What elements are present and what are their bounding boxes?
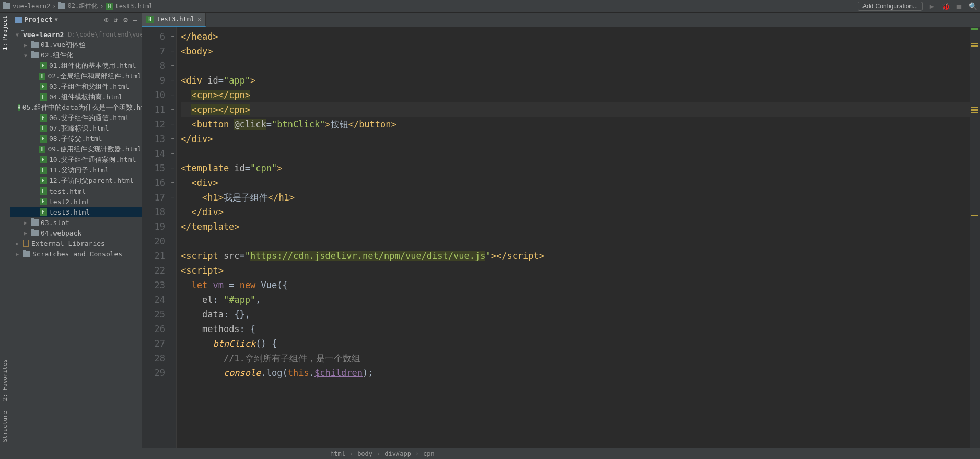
warning-marker (971, 107, 978, 108)
library-icon (23, 240, 29, 247)
project-panel-header: Project ▼ ⊕ ⇵ ⚙ — (10, 13, 142, 27)
chevron-right-icon: › (415, 450, 419, 457)
tool-favorites[interactable]: 2: Favorites (2, 359, 8, 401)
tree-item[interactable]: H07.驼峰标识.html (10, 123, 142, 134)
tree-file-selected[interactable]: Htest3.html (10, 207, 142, 217)
tab-label: test3.html (157, 16, 194, 23)
debug-icon[interactable]: 🐞 (941, 2, 950, 10)
warning-marker (971, 215, 978, 216)
collapse-icon[interactable]: ⇵ (114, 16, 118, 24)
chevron-right-icon: › (349, 450, 353, 457)
warning-marker (971, 43, 978, 44)
tree-item[interactable]: Htest2.html (10, 196, 142, 207)
tree-item[interactable]: ▶04.webpack (10, 228, 142, 238)
folder-icon (31, 42, 39, 48)
html-icon: H (40, 177, 47, 184)
html-icon: H (40, 83, 47, 90)
html-icon: H (40, 156, 47, 163)
tree-item[interactable]: H09.使用组件实现计数器.html (10, 144, 142, 155)
tree-item[interactable]: ▶External Libraries (10, 238, 142, 249)
folder-icon (23, 251, 30, 257)
code-editor[interactable]: </head><body> <div id="app"> <cpn></cpn>… (177, 27, 970, 448)
html-icon: H (40, 135, 47, 143)
editor-area: H test3.html ✕ 6789101112131415161718192… (142, 13, 980, 459)
tree-item[interactable]: ▼02.组件化 (10, 50, 142, 61)
hide-icon[interactable]: — (133, 16, 137, 24)
tree-item[interactable]: ▼vue-learn2D:\code\frontend\vue-learn (10, 29, 142, 40)
tree-item[interactable]: H02.全局组件和局部组件.html (10, 71, 142, 81)
tree-item[interactable]: ▶Scratches and Consoles (10, 249, 142, 259)
left-tool-strip: 1: Project 2: Favorites Structure (0, 13, 10, 459)
project-panel: Project ▼ ⊕ ⇵ ⚙ — ▼vue-learn2D:\code\fro… (10, 13, 142, 459)
tree-item[interactable]: H04.组件模板抽离.html (10, 92, 142, 102)
html-icon: H (40, 208, 47, 216)
breadcrumb-folder-label: 02.组件化 (67, 2, 98, 10)
folder-icon (3, 3, 10, 9)
breadcrumb-root[interactable]: vue-learn2 (3, 3, 50, 10)
breadcrumb-file-label: test3.html (115, 3, 153, 10)
search-icon[interactable]: 🔍 (969, 2, 977, 10)
editor-breadcrumbs[interactable]: html›body›div#app›cpn (142, 448, 980, 459)
html-icon: H (146, 16, 154, 23)
html-icon: H (39, 73, 45, 80)
folder-icon (31, 219, 39, 226)
tree-item[interactable]: H01.组件化的基本使用.html (10, 61, 142, 71)
add-configuration-button[interactable]: Add Configuration... (858, 2, 923, 11)
status-marker (971, 28, 978, 30)
tree-item[interactable]: H11.父访问子.html (10, 165, 142, 175)
html-icon: H (18, 104, 20, 111)
locate-icon[interactable]: ⊕ (104, 16, 108, 24)
warning-marker (971, 45, 978, 47)
close-icon[interactable]: ✕ (197, 16, 201, 23)
project-panel-title[interactable]: Project ▼ (15, 16, 58, 23)
html-icon: H (40, 167, 47, 174)
editor-crumb[interactable]: div#app (384, 450, 411, 457)
tool-project[interactable]: 1: Project (2, 16, 8, 50)
tree-item[interactable]: H10.父子组件通信案例.html (10, 155, 142, 165)
chevron-right-icon: › (100, 3, 103, 10)
warning-marker (971, 109, 978, 111)
chevron-right-icon: › (52, 3, 56, 10)
editor-crumb[interactable]: cpn (423, 450, 435, 457)
chevron-down-icon: ▼ (55, 17, 58, 22)
editor-tabs: H test3.html ✕ (142, 13, 980, 27)
folder-icon (31, 52, 39, 58)
tree-item[interactable]: H05.组件中的data为什么是一个函数.ht (10, 102, 142, 113)
breadcrumb-folder[interactable]: 02.组件化 (58, 2, 98, 10)
folder-icon (31, 230, 39, 236)
chevron-right-icon: › (377, 450, 380, 457)
html-icon: H (40, 125, 47, 132)
run-icon[interactable]: ▶ (928, 2, 936, 10)
line-gutter[interactable]: 6789101112131415161718192021222324252627… (142, 27, 169, 448)
tree-item[interactable]: H12.子访问父parent.html (10, 175, 142, 186)
tree-item[interactable]: ▶03.slot (10, 217, 142, 228)
html-icon: H (106, 3, 113, 10)
warning-marker (971, 112, 978, 113)
tree-item[interactable]: H08.子传父.html (10, 134, 142, 144)
folder-icon (58, 3, 65, 9)
editor-crumb[interactable]: body (357, 450, 372, 457)
tree-item[interactable]: H06.父子组件的通信.html (10, 113, 142, 123)
tree-item[interactable]: ▶01.vue初体验 (10, 40, 142, 50)
html-icon: H (40, 62, 47, 69)
tab-test3[interactable]: H test3.html ✕ (142, 13, 206, 27)
project-tree[interactable]: ▼vue-learn2D:\code\frontend\vue-learn▶01… (10, 27, 142, 261)
fold-gutter[interactable]: −−−−−−−−−−−− (169, 27, 177, 448)
html-icon: H (39, 146, 45, 153)
breadcrumb-file[interactable]: H test3.html (106, 3, 153, 10)
gear-icon[interactable]: ⚙ (123, 16, 127, 24)
html-icon: H (40, 93, 47, 101)
tree-item[interactable]: Htest.html (10, 186, 142, 196)
html-icon: H (40, 114, 47, 122)
stop-icon[interactable]: ■ (955, 2, 963, 10)
error-stripe[interactable] (970, 27, 980, 448)
top-toolbar: vue-learn2 › 02.组件化 › H test3.html Add C… (0, 0, 980, 13)
html-icon: H (40, 198, 47, 205)
html-icon: H (40, 187, 47, 195)
breadcrumb-root-label: vue-learn2 (13, 3, 50, 10)
editor-crumb[interactable]: html (330, 450, 345, 457)
tool-structure[interactable]: Structure (2, 411, 8, 442)
tree-item[interactable]: H03.子组件和父组件.html (10, 81, 142, 92)
